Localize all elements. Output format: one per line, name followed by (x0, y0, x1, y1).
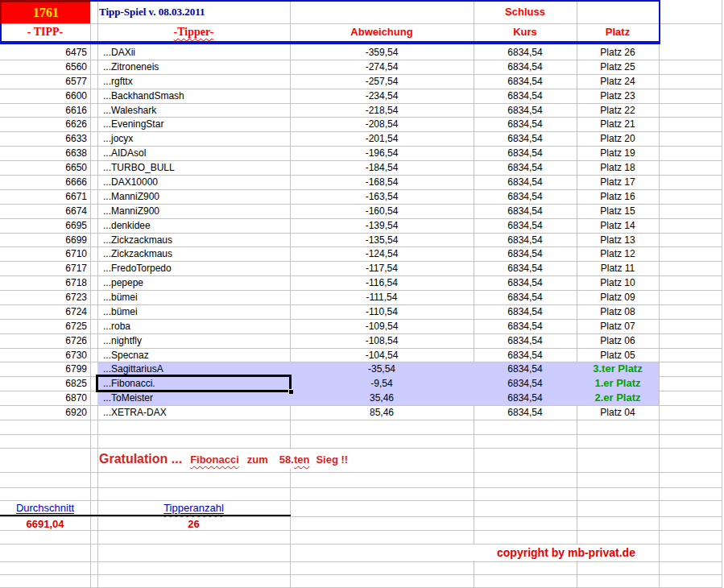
kurs-cell[interactable]: 6834,54 (474, 146, 577, 160)
kurs-cell[interactable]: 6834,54 (474, 74, 577, 89)
abweichung-cell[interactable]: 35,46 (290, 391, 474, 405)
abweichung-cell[interactable]: -201,54 (290, 131, 474, 146)
kurs-cell[interactable]: 6834,54 (474, 261, 577, 275)
kurs-cell[interactable]: 6834,54 (474, 103, 577, 118)
tipp-cell[interactable]: 6626 (0, 117, 89, 131)
abweichung-cell[interactable]: -163,54 (290, 189, 474, 204)
tipp-cell[interactable]: 6699 (0, 233, 89, 247)
tipper-cell[interactable]: ...BackhandSmash (97, 89, 290, 103)
abweichung-cell[interactable]: 85,46 (290, 405, 474, 420)
kurs-cell[interactable]: 6834,54 (474, 290, 577, 304)
column-header-tipp[interactable]: - TIPP- (0, 23, 90, 41)
tipp-cell[interactable]: 6799 (0, 362, 89, 376)
tipper-cell[interactable]: ...bümei (97, 290, 290, 304)
platz-cell[interactable]: 1.er Platz (577, 376, 659, 391)
platz-cell[interactable]: Platz 19 (577, 146, 659, 160)
abweichung-cell[interactable]: -196,54 (290, 146, 474, 160)
kurs-cell[interactable]: 6834,54 (474, 218, 577, 233)
abweichung-cell[interactable]: -109,54 (290, 319, 474, 333)
abweichung-cell[interactable]: -208,54 (290, 117, 474, 131)
tipper-cell[interactable]: ...Zitroneneis (97, 60, 290, 74)
platz-cell[interactable]: Platz 08 (577, 304, 659, 319)
tipper-cell[interactable]: ...ManniZ900 (97, 189, 290, 204)
tipp-cell[interactable]: 6560 (0, 60, 89, 74)
tipp-cell[interactable]: 6695 (0, 218, 89, 233)
platz-cell[interactable]: 3.ter Platz (577, 362, 659, 376)
game-number-cell[interactable]: 1761 (0, 0, 90, 23)
abweichung-cell[interactable]: -110,54 (290, 304, 474, 319)
column-header-platz[interactable]: Platz (577, 23, 659, 41)
kurs-cell[interactable]: 6834,54 (474, 45, 577, 60)
platz-cell[interactable]: Platz 20 (577, 131, 659, 146)
tipper-cell[interactable]: ...bümei (97, 304, 290, 319)
kurs-cell[interactable]: 6834,54 (474, 348, 577, 362)
platz-cell[interactable]: Platz 21 (577, 117, 659, 131)
tipp-cell[interactable]: 6870 (0, 391, 89, 405)
tipper-cell[interactable]: ...nightfly (97, 333, 290, 348)
fill-handle[interactable] (288, 389, 293, 394)
abweichung-cell[interactable]: -108,54 (290, 333, 474, 348)
tipper-cell[interactable]: ...FredoTorpedo (97, 261, 290, 275)
tipp-cell[interactable]: 6730 (0, 348, 89, 362)
tipp-cell[interactable]: 6723 (0, 290, 89, 304)
platz-cell[interactable]: Platz 26 (577, 45, 659, 60)
kurs-cell[interactable]: 6834,54 (474, 117, 577, 131)
abweichung-cell[interactable]: -234,54 (290, 89, 474, 103)
abweichung-cell[interactable]: -274,54 (290, 60, 474, 74)
platz-cell[interactable]: Platz 07 (577, 319, 659, 333)
kurs-cell[interactable]: 6834,54 (474, 376, 577, 391)
kurs-cell[interactable]: 6834,54 (474, 189, 577, 204)
abweichung-cell[interactable]: -218,54 (290, 103, 474, 118)
platz-cell[interactable]: Platz 23 (577, 89, 659, 103)
tipp-cell[interactable]: 6726 (0, 333, 89, 348)
tipp-cell[interactable]: 6725 (0, 319, 89, 333)
kurs-cell[interactable]: 6834,54 (474, 89, 577, 103)
tipper-cell[interactable]: ...Zickzackmaus (97, 246, 290, 261)
tipp-cell[interactable]: 6674 (0, 204, 89, 218)
kurs-cell[interactable]: 6834,54 (474, 233, 577, 247)
tipp-cell[interactable]: 6666 (0, 175, 89, 189)
abweichung-cell[interactable]: -135,54 (290, 233, 474, 247)
abweichung-cell[interactable]: -117,54 (290, 261, 474, 275)
abweichung-cell[interactable]: -9,54 (290, 376, 474, 391)
tipp-cell[interactable]: 6920 (0, 405, 89, 420)
kurs-cell[interactable]: 6834,54 (474, 405, 577, 420)
tipp-cell[interactable]: 6671 (0, 189, 89, 204)
kurs-cell[interactable]: 6834,54 (474, 246, 577, 261)
abweichung-cell[interactable]: -139,54 (290, 218, 474, 233)
tipper-cell[interactable]: ...DAXii (97, 45, 290, 60)
tipper-cell[interactable]: ...TURBO_BULL (97, 160, 290, 175)
tipp-cell[interactable]: 6638 (0, 146, 89, 160)
tipp-cell[interactable]: 6710 (0, 246, 89, 261)
platz-cell[interactable]: Platz 24 (577, 74, 659, 89)
platz-cell[interactable]: Platz 17 (577, 175, 659, 189)
tipper-cell[interactable]: ...rgfttx (97, 74, 290, 89)
tipp-cell[interactable]: 6633 (0, 131, 89, 146)
tipper-cell[interactable]: ...Specnaz (97, 348, 290, 362)
tipper-cell[interactable]: ...AIDAsol (97, 146, 290, 160)
kurs-cell[interactable]: 6834,54 (474, 275, 577, 290)
abweichung-cell[interactable]: -359,54 (290, 45, 474, 60)
abweichung-cell[interactable]: -124,54 (290, 246, 474, 261)
kurs-cell[interactable]: 6834,54 (474, 319, 577, 333)
kurs-cell[interactable]: 6834,54 (474, 362, 577, 376)
tipper-cell[interactable]: ...EveningStar (97, 117, 290, 131)
sheet-title[interactable]: Tipp-Spiel v. 08.03.2011 (99, 0, 288, 23)
platz-cell[interactable]: Platz 16 (577, 189, 659, 204)
platz-cell[interactable]: Platz 13 (577, 233, 659, 247)
tipp-cell[interactable]: 6650 (0, 160, 89, 175)
abweichung-cell[interactable]: -168,54 (290, 175, 474, 189)
selected-cell-border[interactable] (96, 375, 292, 392)
platz-cell[interactable]: Platz 18 (577, 160, 659, 175)
tipper-cell[interactable]: ...ManniZ900 (97, 204, 290, 218)
tipper-cell[interactable]: ...denkidee (97, 218, 290, 233)
kurs-cell[interactable]: 6834,54 (474, 160, 577, 175)
tipper-cell[interactable]: ...Waleshark (97, 103, 290, 118)
tipperanzahl-label[interactable]: Tipperanzahl (97, 501, 290, 516)
tipper-cell[interactable]: ...DAX10000 (97, 175, 290, 189)
tipperanzahl-value[interactable]: 26 (97, 517, 290, 531)
platz-cell[interactable]: Platz 25 (577, 60, 659, 74)
platz-cell[interactable]: Platz 11 (577, 261, 659, 275)
tipper-cell[interactable]: ...XETRA-DAX (97, 405, 290, 420)
column-header-schluss[interactable]: Schluss (474, 0, 577, 23)
